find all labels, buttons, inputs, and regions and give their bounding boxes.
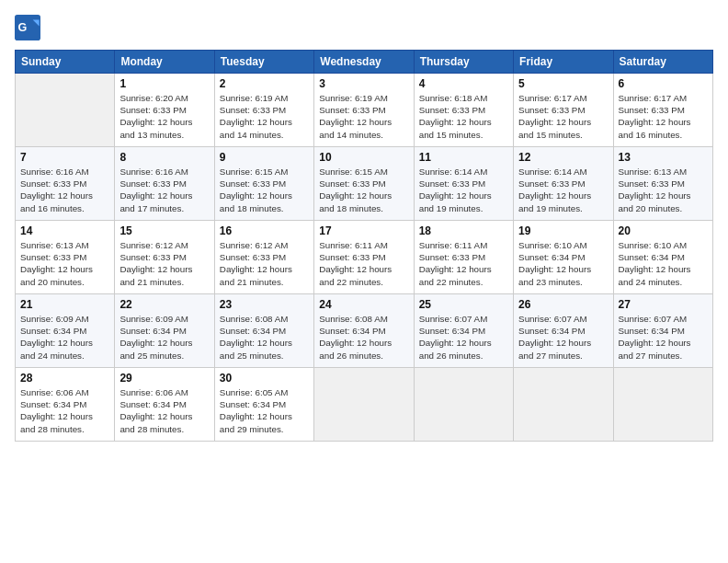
day-info: Sunrise: 6:08 AM Sunset: 6:34 PM Dayligh…: [319, 313, 408, 362]
day-info: Sunrise: 6:06 AM Sunset: 6:34 PM Dayligh…: [119, 386, 209, 435]
week-row-1: 7Sunrise: 6:16 AM Sunset: 6:33 PM Daylig…: [16, 147, 713, 221]
day-info: Sunrise: 6:09 AM Sunset: 6:34 PM Dayligh…: [20, 313, 109, 362]
day-number: 9: [220, 151, 309, 164]
day-info: Sunrise: 6:19 AM Sunset: 6:33 PM Dayligh…: [319, 92, 408, 141]
day-cell: 11Sunrise: 6:14 AM Sunset: 6:33 PM Dayli…: [414, 147, 513, 221]
day-info: Sunrise: 6:14 AM Sunset: 6:33 PM Dayligh…: [419, 166, 508, 214]
day-info: Sunrise: 6:12 AM Sunset: 6:33 PM Dayligh…: [119, 239, 209, 288]
calendar-header: SundayMondayTuesdayWednesdayThursdayFrid…: [16, 51, 713, 74]
day-number: 15: [119, 224, 209, 237]
header-cell-sunday: Sunday: [16, 51, 115, 74]
day-info: Sunrise: 6:17 AM Sunset: 6:33 PM Dayligh…: [619, 92, 708, 141]
day-number: 11: [419, 151, 508, 164]
day-cell: 7Sunrise: 6:16 AM Sunset: 6:33 PM Daylig…: [16, 147, 115, 221]
day-cell: 2Sunrise: 6:19 AM Sunset: 6:33 PM Daylig…: [214, 74, 313, 147]
day-number: 2: [220, 77, 309, 90]
week-row-0: 1Sunrise: 6:20 AM Sunset: 6:33 PM Daylig…: [16, 74, 713, 147]
day-info: Sunrise: 6:06 AM Sunset: 6:34 PM Dayligh…: [20, 386, 109, 435]
day-number: 14: [20, 224, 109, 237]
page: G SundayMondayTuesdayWednesdayThursdayFr…: [0, 0, 728, 563]
day-number: 22: [119, 298, 209, 311]
day-cell: 9Sunrise: 6:15 AM Sunset: 6:33 PM Daylig…: [214, 147, 313, 221]
day-cell: [414, 368, 513, 442]
day-info: Sunrise: 6:13 AM Sunset: 6:33 PM Dayligh…: [619, 166, 708, 214]
week-row-2: 14Sunrise: 6:13 AM Sunset: 6:33 PM Dayli…: [16, 221, 713, 294]
day-info: Sunrise: 6:11 AM Sunset: 6:33 PM Dayligh…: [319, 239, 408, 288]
day-cell: 26Sunrise: 6:07 AM Sunset: 6:34 PM Dayli…: [514, 294, 613, 368]
week-row-4: 28Sunrise: 6:06 AM Sunset: 6:34 PM Dayli…: [16, 368, 713, 442]
day-info: Sunrise: 6:16 AM Sunset: 6:33 PM Dayligh…: [20, 166, 109, 214]
day-number: 17: [319, 224, 408, 237]
day-info: Sunrise: 6:18 AM Sunset: 6:33 PM Dayligh…: [419, 92, 508, 141]
day-number: 28: [20, 372, 109, 385]
day-number: 10: [319, 151, 408, 164]
day-cell: 20Sunrise: 6:10 AM Sunset: 6:34 PM Dayli…: [613, 221, 712, 294]
day-info: Sunrise: 6:14 AM Sunset: 6:33 PM Dayligh…: [518, 166, 608, 214]
day-number: 4: [419, 77, 508, 90]
day-info: Sunrise: 6:10 AM Sunset: 6:34 PM Dayligh…: [518, 239, 608, 288]
day-info: Sunrise: 6:16 AM Sunset: 6:33 PM Dayligh…: [119, 166, 209, 214]
day-info: Sunrise: 6:11 AM Sunset: 6:33 PM Dayligh…: [419, 239, 508, 288]
day-info: Sunrise: 6:07 AM Sunset: 6:34 PM Dayligh…: [518, 313, 608, 362]
day-cell: 3Sunrise: 6:19 AM Sunset: 6:33 PM Daylig…: [314, 74, 414, 147]
day-cell: 16Sunrise: 6:12 AM Sunset: 6:33 PM Dayli…: [214, 221, 313, 294]
day-info: Sunrise: 6:08 AM Sunset: 6:34 PM Dayligh…: [220, 313, 309, 362]
day-cell: 30Sunrise: 6:05 AM Sunset: 6:34 PM Dayli…: [214, 368, 313, 442]
day-number: 20: [619, 224, 708, 237]
logo: G: [15, 15, 44, 40]
day-info: Sunrise: 6:07 AM Sunset: 6:34 PM Dayligh…: [419, 313, 508, 362]
day-info: Sunrise: 6:05 AM Sunset: 6:34 PM Dayligh…: [220, 386, 309, 435]
day-cell: 28Sunrise: 6:06 AM Sunset: 6:34 PM Dayli…: [16, 368, 115, 442]
day-info: Sunrise: 6:12 AM Sunset: 6:33 PM Dayligh…: [220, 239, 309, 288]
day-info: Sunrise: 6:17 AM Sunset: 6:33 PM Dayligh…: [518, 92, 608, 141]
day-cell: 22Sunrise: 6:09 AM Sunset: 6:34 PM Dayli…: [115, 294, 214, 368]
day-number: 12: [518, 151, 608, 164]
day-cell: [314, 368, 414, 442]
day-info: Sunrise: 6:19 AM Sunset: 6:33 PM Dayligh…: [220, 92, 309, 141]
day-info: Sunrise: 6:15 AM Sunset: 6:33 PM Dayligh…: [319, 166, 408, 214]
day-cell: 19Sunrise: 6:10 AM Sunset: 6:34 PM Dayli…: [514, 221, 613, 294]
day-cell: 6Sunrise: 6:17 AM Sunset: 6:33 PM Daylig…: [613, 74, 712, 147]
day-cell: 25Sunrise: 6:07 AM Sunset: 6:34 PM Dayli…: [414, 294, 513, 368]
header-cell-wednesday: Wednesday: [314, 51, 414, 74]
header-cell-thursday: Thursday: [414, 51, 513, 74]
day-info: Sunrise: 6:09 AM Sunset: 6:34 PM Dayligh…: [119, 313, 209, 362]
day-cell: [16, 74, 115, 147]
day-cell: 29Sunrise: 6:06 AM Sunset: 6:34 PM Dayli…: [115, 368, 214, 442]
day-cell: 12Sunrise: 6:14 AM Sunset: 6:33 PM Dayli…: [514, 147, 613, 221]
day-number: 21: [20, 298, 109, 311]
day-number: 23: [220, 298, 309, 311]
day-cell: 4Sunrise: 6:18 AM Sunset: 6:33 PM Daylig…: [414, 74, 513, 147]
day-cell: 15Sunrise: 6:12 AM Sunset: 6:33 PM Dayli…: [115, 221, 214, 294]
header-cell-monday: Monday: [115, 51, 214, 74]
day-number: 3: [319, 77, 408, 90]
day-number: 19: [518, 224, 608, 237]
day-cell: 13Sunrise: 6:13 AM Sunset: 6:33 PM Dayli…: [613, 147, 712, 221]
day-cell: [514, 368, 613, 442]
day-info: Sunrise: 6:13 AM Sunset: 6:33 PM Dayligh…: [20, 239, 109, 288]
day-info: Sunrise: 6:20 AM Sunset: 6:33 PM Dayligh…: [119, 92, 209, 141]
day-cell: 8Sunrise: 6:16 AM Sunset: 6:33 PM Daylig…: [115, 147, 214, 221]
day-number: 8: [119, 151, 209, 164]
day-cell: 21Sunrise: 6:09 AM Sunset: 6:34 PM Dayli…: [16, 294, 115, 368]
day-cell: 23Sunrise: 6:08 AM Sunset: 6:34 PM Dayli…: [214, 294, 313, 368]
day-number: 13: [619, 151, 708, 164]
header-cell-friday: Friday: [514, 51, 613, 74]
header: G: [15, 15, 713, 40]
day-cell: 1Sunrise: 6:20 AM Sunset: 6:33 PM Daylig…: [115, 74, 214, 147]
day-info: Sunrise: 6:10 AM Sunset: 6:34 PM Dayligh…: [619, 239, 708, 288]
svg-text:G: G: [18, 21, 28, 34]
day-number: 27: [619, 298, 708, 311]
day-number: 29: [119, 372, 209, 385]
week-row-3: 21Sunrise: 6:09 AM Sunset: 6:34 PM Dayli…: [16, 294, 713, 368]
general-blue-icon: G: [15, 15, 40, 40]
day-number: 16: [220, 224, 309, 237]
day-cell: 17Sunrise: 6:11 AM Sunset: 6:33 PM Dayli…: [314, 221, 414, 294]
day-cell: 27Sunrise: 6:07 AM Sunset: 6:34 PM Dayli…: [613, 294, 712, 368]
day-number: 7: [20, 151, 109, 164]
day-cell: 10Sunrise: 6:15 AM Sunset: 6:33 PM Dayli…: [314, 147, 414, 221]
header-row: SundayMondayTuesdayWednesdayThursdayFrid…: [16, 51, 713, 74]
day-cell: [613, 368, 712, 442]
day-number: 30: [220, 372, 309, 385]
header-cell-saturday: Saturday: [613, 51, 712, 74]
